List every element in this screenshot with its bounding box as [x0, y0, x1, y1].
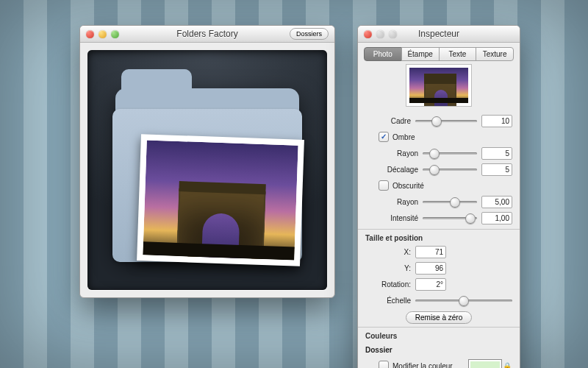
cadre-value[interactable]: 10: [481, 115, 512, 127]
taille-section-label: Taille et position: [358, 229, 520, 244]
decalage-value[interactable]: 5: [481, 163, 512, 176]
rayon-slider[interactable]: [423, 148, 477, 158]
photo-overlay[interactable]: [137, 134, 304, 266]
main-window: Folders Factory Dossiers: [79, 25, 335, 298]
dossier-color-label: Dossier: [365, 346, 392, 354]
cadre-label: Cadre: [365, 117, 415, 125]
inspector-tabs: Photo Étampe Texte Texture: [364, 47, 514, 61]
obscurite-checkbox[interactable]: [379, 180, 389, 191]
inspector-window: Inspecteur Photo Étampe Texte Texture Ca…: [357, 25, 520, 368]
y-field[interactable]: 96: [415, 262, 446, 275]
main-titlebar[interactable]: Folders Factory Dossiers: [80, 26, 334, 43]
rotation-label: Rotation:: [365, 280, 415, 289]
couleurs-section-label: Couleurs: [358, 327, 520, 342]
editor-canvas[interactable]: [87, 50, 327, 290]
tab-texte[interactable]: Texte: [439, 47, 477, 61]
tab-etampe[interactable]: Étampe: [401, 47, 440, 61]
inspector-titlebar[interactable]: Inspecteur: [358, 26, 520, 43]
ombre-label: Ombre: [392, 133, 415, 141]
dossier-mod-label: Modifier la couleur: [392, 362, 468, 369]
obsc-rayon-label: Rayon: [365, 198, 423, 206]
ombre-checkbox[interactable]: [379, 132, 389, 142]
intensite-label: Intensité: [365, 214, 423, 222]
close-icon[interactable]: [364, 30, 372, 38]
tab-photo[interactable]: Photo: [364, 47, 402, 61]
zoom-icon[interactable]: [111, 30, 119, 38]
echelle-label: Échelle: [365, 297, 415, 305]
lock-icon[interactable]: 🔒: [503, 362, 512, 369]
photo-preview: [406, 64, 472, 107]
cadre-slider[interactable]: [415, 116, 477, 126]
intensite-slider[interactable]: [423, 213, 477, 223]
decalage-slider[interactable]: [423, 164, 477, 174]
echelle-slider[interactable]: [415, 295, 512, 305]
obscurite-label: Obscurité: [392, 182, 424, 190]
dossier-color-swatch[interactable]: [468, 359, 502, 368]
tab-texture[interactable]: Texture: [476, 47, 514, 61]
zoom-icon: [389, 30, 397, 38]
dossier-mod-checkbox[interactable]: [379, 361, 389, 368]
intensite-value[interactable]: 1,00: [481, 212, 512, 224]
decalage-label: Décalage: [365, 166, 423, 174]
dossiers-button[interactable]: Dossiers: [290, 28, 329, 40]
rotation-field[interactable]: 2°: [415, 278, 446, 291]
minimize-icon: [376, 30, 384, 38]
folder-tab-icon: [121, 69, 192, 93]
obsc-rayon-slider[interactable]: [423, 197, 477, 207]
x-field[interactable]: 71: [415, 246, 446, 258]
obsc-rayon-value[interactable]: 5,00: [481, 196, 512, 208]
rayon-value[interactable]: 5: [481, 147, 512, 160]
rayon-label: Rayon: [365, 149, 423, 158]
close-icon[interactable]: [86, 30, 94, 38]
y-label: Y:: [365, 264, 415, 272]
x-label: X:: [365, 248, 415, 256]
photo-image: [143, 140, 298, 260]
reset-button[interactable]: Remise à zéro: [406, 311, 472, 324]
minimize-icon[interactable]: [98, 30, 107, 38]
